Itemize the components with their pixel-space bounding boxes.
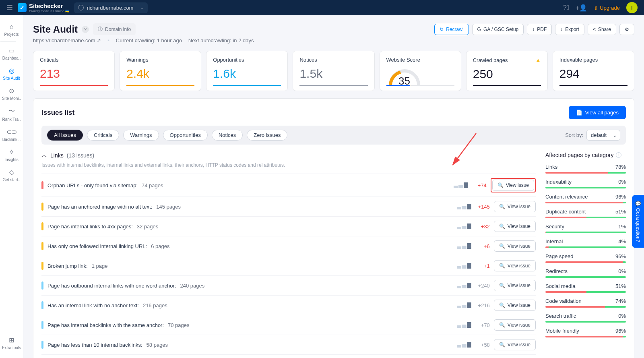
stat-warnings[interactable]: Warnings2.4k <box>120 51 201 91</box>
stat-crawled[interactable]: Crawled pages▲250 <box>466 51 548 91</box>
filter-pill-opportunities[interactable]: Opportunities <box>163 130 208 141</box>
affected-category[interactable]: Links78% <box>545 164 626 174</box>
site-url[interactable]: https://richardbernabe.com ↗ <box>33 37 101 43</box>
search-icon: 🔍 <box>497 182 504 188</box>
question-tab[interactable]: 💬 Got a question? <box>632 195 644 248</box>
affected-category[interactable]: Social media51% <box>545 283 626 293</box>
stat-criticals[interactable]: Criticals213 <box>33 51 115 91</box>
view-issue-button[interactable]: 🔍View issue <box>494 300 536 311</box>
domain-selector[interactable]: richardbernabe.com ⌄ <box>74 2 148 13</box>
upgrade-icon: ⇧ <box>594 5 598 11</box>
view-issue-button[interactable]: 🔍View issue <box>494 221 536 232</box>
sort-label: Sort by: <box>565 132 583 138</box>
sparkline <box>457 223 471 229</box>
filter-pill-warnings[interactable]: Warnings <box>123 130 159 141</box>
help-circle-icon[interactable]: ? <box>82 26 89 33</box>
progress-bar <box>545 291 626 293</box>
progress-bar <box>545 187 626 188</box>
sidebar-item-site-audit[interactable]: ◎Site Audit <box>0 64 23 84</box>
share-button[interactable]: <Share <box>588 24 616 35</box>
view-issue-button[interactable]: 🔍View issue <box>494 260 536 271</box>
issue-row: Orphan URLs - only found via sitemap:74 … <box>41 174 536 197</box>
sidebar-icon: ✧ <box>9 148 14 156</box>
chevron-down-icon: ⌄ <box>140 6 144 10</box>
affected-panel: Affected pages by categoryi Links78%Inde… <box>545 152 626 358</box>
affected-category[interactable]: Mobile friendly96% <box>545 328 626 337</box>
view-issue-button[interactable]: 🔍View issue <box>492 180 534 191</box>
affected-category[interactable]: Internal4% <box>545 238 626 248</box>
view-issue-button[interactable]: 🔍View issue <box>494 240 536 252</box>
stat-indexable[interactable]: Indexable pages294 <box>553 51 634 91</box>
sidebar-item-get-start-[interactable]: ◇Get start.. <box>0 165 23 185</box>
upgrade-link[interactable]: ⇧Upgrade <box>594 5 620 11</box>
view-issue-button[interactable]: 🔍View issue <box>494 280 536 291</box>
view-all-pages-button[interactable]: 📄View all pages <box>569 106 626 119</box>
pdf-button[interactable]: ↓PDF <box>527 24 552 35</box>
add-user-icon[interactable]: +👤 <box>576 4 587 12</box>
issue-pages: 145 pages <box>156 204 181 210</box>
sparkline <box>457 302 471 308</box>
issue-text: Broken jump link: <box>47 263 88 269</box>
affected-category[interactable]: Indexability0% <box>545 179 626 188</box>
stat-opportunities[interactable]: Opportunities1.6k <box>206 51 288 91</box>
sidebar-item-projects[interactable]: ⌂Projects <box>0 20 23 40</box>
affected-category[interactable]: Duplicate content51% <box>545 209 626 218</box>
help-icon[interactable]: ?⃝ <box>563 4 569 11</box>
issue-text: Page has internal backlinks with the sam… <box>47 322 164 328</box>
delta-value: +240 <box>475 283 490 289</box>
sort-select[interactable]: default <box>586 130 620 141</box>
sidebar-item-rank-tra-[interactable]: 〜Rank Tra.. <box>0 104 23 125</box>
issue-text: Page has outbound internal links with on… <box>47 283 176 289</box>
progress-bar <box>545 232 626 233</box>
view-issue-button[interactable]: 🔍View issue <box>494 201 536 212</box>
logo[interactable]: ✓ Sitechecker Proudly made in Ukraine 🇺🇦 <box>18 2 69 13</box>
issue-pages: 6 pages <box>151 243 169 249</box>
search-icon: 🔍 <box>499 302 505 308</box>
domain-value: richardbernabe.com <box>87 5 134 11</box>
sidebar-item-backlink-[interactable]: ⊂⊃Backlink .. <box>0 125 23 145</box>
refresh-icon: ↻ <box>440 27 444 32</box>
affected-category[interactable]: Redirects0% <box>545 268 626 278</box>
filter-pill-notices[interactable]: Notices <box>212 130 243 141</box>
filter-pill-criticals[interactable]: Criticals <box>87 130 119 141</box>
sidebar-extra-tools[interactable]: ⊞ Extra tools <box>0 333 23 353</box>
affected-category[interactable]: Search traffic0% <box>545 313 626 323</box>
severity-indicator <box>41 262 43 270</box>
severity-indicator <box>41 301 43 309</box>
recrawl-button[interactable]: ↻Recrawl <box>434 24 469 35</box>
issue-text: Orphan URLs - only found via sitemap: <box>47 182 138 188</box>
issue-row: Has an internal link with no anchor text… <box>41 295 536 315</box>
filter-pill-all-issues[interactable]: All issues <box>47 130 83 141</box>
sidebar-divider <box>4 187 19 187</box>
issues-list: ︿ Links (13 issues) Issues with internal… <box>41 152 536 358</box>
issue-pages: 1 page <box>92 263 108 269</box>
stat-notices[interactable]: Notices1.5k <box>293 51 374 91</box>
sparkline <box>457 204 471 209</box>
filter-pill-zero-issues[interactable]: Zero issues <box>247 130 287 141</box>
chevron-up-icon: ︿ <box>41 152 47 159</box>
affected-category[interactable]: Page speed96% <box>545 253 626 263</box>
delta-value: +6 <box>475 243 490 249</box>
view-issue-button[interactable]: 🔍View issue <box>494 339 536 350</box>
sidebar-item-site-moni-[interactable]: ⊙Site Moni.. <box>0 84 23 104</box>
issue-row: Page has less than 10 internal backlinks… <box>41 335 536 354</box>
domain-info-button[interactable]: ⓘDomain info <box>93 23 136 35</box>
avatar[interactable]: I <box>626 2 638 13</box>
warning-icon: ▲ <box>535 57 541 63</box>
settings-button[interactable]: ⚙ <box>619 24 634 35</box>
ga-gsc-button[interactable]: GGA / GSC Setup <box>472 24 524 35</box>
sidebar-item-insights[interactable]: ✧Insights <box>0 145 23 165</box>
stat-score[interactable]: Website Score 35 <box>380 51 461 91</box>
sidebar-icon: 〜 <box>8 107 15 116</box>
menu-icon[interactable]: ☰ <box>6 3 13 12</box>
section-toggle[interactable]: ︿ Links (13 issues) <box>41 152 536 159</box>
export-button[interactable]: ↓Export <box>555 24 584 35</box>
affected-category[interactable]: Code validation74% <box>545 298 626 308</box>
search-icon: 🔍 <box>499 243 505 249</box>
info-icon[interactable]: i <box>616 152 621 158</box>
sidebar-item-dashboa-[interactable]: ▭Dashboa.. <box>0 43 23 64</box>
sparkline <box>454 182 468 188</box>
view-issue-button[interactable]: 🔍View issue <box>494 319 536 331</box>
affected-category[interactable]: Content relevance96% <box>545 194 626 203</box>
affected-category[interactable]: Security1% <box>545 223 626 233</box>
